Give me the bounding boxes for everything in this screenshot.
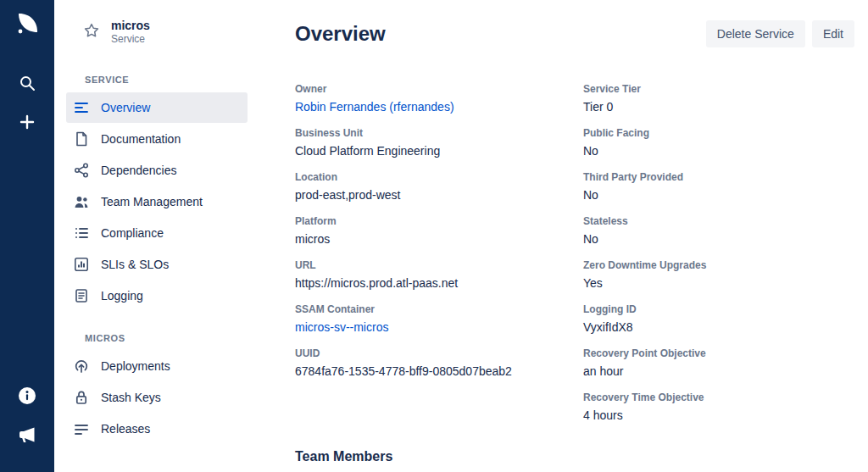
dependencies-icon xyxy=(73,162,90,179)
info-icon[interactable] xyxy=(12,380,42,411)
field-ssam-container: SSAM Container micros-sv--micros xyxy=(295,303,583,347)
fields-column-left: Owner Robin Fernandes (rfernandes) Busin… xyxy=(295,83,583,436)
sidebar-item-label: Documentation xyxy=(101,132,181,146)
page-title: Overview xyxy=(295,22,386,46)
sidebar-item-label: Overview xyxy=(101,101,150,114)
sidebar-item-logging[interactable]: Logging xyxy=(66,280,248,311)
field-label: Public Facing xyxy=(583,127,854,140)
field-recovery-point-objective: Recovery Point Objective an hour xyxy=(583,347,854,391)
sidebar-item-label: Releases xyxy=(101,422,150,436)
field-url: URL https://micros.prod.atl-paas.net xyxy=(295,259,583,303)
field-label: UUID xyxy=(295,347,583,360)
sidebar-item-deployments[interactable]: Deployments xyxy=(66,351,248,381)
sidebar-item-documentation[interactable]: Documentation xyxy=(66,124,248,154)
releases-icon xyxy=(73,420,90,437)
overview-icon xyxy=(73,99,90,116)
field-value: micros xyxy=(295,232,583,247)
field-recovery-time-objective: Recovery Time Objective 4 hours xyxy=(583,391,854,436)
field-label: Service Tier xyxy=(583,83,854,96)
field-label: SSAM Container xyxy=(295,303,583,316)
page-actions: Delete Service Edit xyxy=(706,20,854,47)
field-owner: Owner Robin Fernandes (rfernandes) xyxy=(295,83,583,127)
field-platform: Platform micros xyxy=(295,215,583,259)
field-label: Recovery Point Objective xyxy=(583,347,854,360)
service-header: micros Service xyxy=(54,19,259,46)
team-members-section: Team Members Jeremy Baumont (jbaumont) (… xyxy=(295,449,854,472)
field-label: Location xyxy=(295,171,583,184)
field-value: No xyxy=(583,188,854,203)
add-icon[interactable] xyxy=(12,107,42,137)
field-value: Tier 0 xyxy=(583,100,854,114)
sidebar: micros Service SERVICE Overview Document… xyxy=(54,0,259,472)
field-value: prod-east,prod-west xyxy=(295,188,583,203)
field-uuid: UUID 6784fa76-1535-4778-bff9-0805d07beab… xyxy=(295,347,583,391)
field-label: Third Party Provided xyxy=(583,171,854,184)
field-label: Owner xyxy=(295,83,583,96)
star-icon[interactable] xyxy=(83,22,100,42)
field-value: No xyxy=(583,232,854,247)
field-service-tier: Service Tier Tier 0 xyxy=(583,83,854,127)
sidebar-item-label: SLIs & SLOs xyxy=(101,258,169,271)
sidebar-item-releases[interactable]: Releases xyxy=(66,414,248,444)
field-label: Recovery Time Objective xyxy=(583,391,854,404)
main-header: Overview Delete Service Edit xyxy=(295,20,854,47)
field-label: Business Unit xyxy=(295,127,583,140)
megaphone-icon[interactable] xyxy=(12,419,42,450)
delete-service-button[interactable]: Delete Service xyxy=(706,20,805,47)
field-value: Cloud Platform Engineering xyxy=(295,144,583,158)
service-fields: Owner Robin Fernandes (rfernandes) Busin… xyxy=(295,83,854,436)
search-icon[interactable] xyxy=(12,68,42,98)
sidebar-item-label: Compliance xyxy=(101,226,164,240)
compliance-list-icon xyxy=(73,225,90,242)
field-label: Platform xyxy=(295,215,583,228)
sidebar-item-stash-keys[interactable]: Stash Keys xyxy=(66,382,248,413)
rail-bottom-group xyxy=(12,380,42,458)
sidebar-item-label: Deployments xyxy=(101,359,170,373)
field-label: Stateless xyxy=(583,215,854,228)
section-label-service: SERVICE xyxy=(54,75,259,92)
field-value: 4 hours xyxy=(583,408,854,423)
sidebar-item-label: Team Management xyxy=(101,195,203,208)
sidebar-item-overview[interactable]: Overview xyxy=(66,92,248,123)
logging-icon xyxy=(73,287,90,304)
bar-chart-icon xyxy=(73,256,90,273)
lock-icon xyxy=(73,389,90,406)
owner-link[interactable]: Robin Fernandes (rfernandes) xyxy=(295,100,583,114)
field-logging-id: Logging ID VyxifIdX8 xyxy=(583,303,854,347)
edit-button[interactable]: Edit xyxy=(812,20,854,47)
sidebar-item-label: Logging xyxy=(101,289,143,303)
team-icon xyxy=(73,193,90,210)
sidebar-item-team-management[interactable]: Team Management xyxy=(66,186,248,217)
field-value: https://micros.prod.atl-paas.net xyxy=(295,276,583,291)
document-icon xyxy=(73,130,90,147)
field-label: Logging ID xyxy=(583,303,854,316)
field-value: 6784fa76-1535-4778-bff9-0805d07beab2 xyxy=(295,364,583,379)
service-name: micros xyxy=(111,19,150,33)
app-logo-icon xyxy=(12,8,42,39)
app-rail xyxy=(0,0,54,472)
field-value: VyxifIdX8 xyxy=(583,320,854,335)
field-location: Location prod-east,prod-west xyxy=(295,171,583,215)
ssam-container-link[interactable]: micros-sv--micros xyxy=(295,320,583,335)
service-type: Service xyxy=(111,33,150,46)
sidebar-item-label: Stash Keys xyxy=(101,391,161,404)
field-zero-downtime-upgrades: Zero Downtime Upgrades Yes xyxy=(583,259,854,303)
field-business-unit: Business Unit Cloud Platform Engineering xyxy=(295,127,583,171)
field-value: Yes xyxy=(583,276,854,291)
field-value: an hour xyxy=(583,364,854,379)
field-stateless: Stateless No xyxy=(583,215,854,259)
fields-column-right: Service Tier Tier 0 Public Facing No Thi… xyxy=(583,83,854,436)
field-public-facing: Public Facing No xyxy=(583,127,854,171)
sidebar-item-slis-slos[interactable]: SLIs & SLOs xyxy=(66,249,248,280)
deploy-upload-icon xyxy=(73,358,90,375)
app-logo[interactable] xyxy=(12,8,42,42)
sidebar-item-dependencies[interactable]: Dependencies xyxy=(66,155,248,186)
team-members-title: Team Members xyxy=(295,449,854,464)
main-content: Overview Delete Service Edit Owner Robin… xyxy=(259,0,868,472)
field-label: URL xyxy=(295,259,583,272)
section-label-micros: MICROS xyxy=(54,333,259,351)
sidebar-item-label: Dependencies xyxy=(101,164,177,177)
sidebar-item-compliance[interactable]: Compliance xyxy=(66,218,248,248)
field-third-party-provided: Third Party Provided No xyxy=(583,171,854,215)
service-title-block: micros Service xyxy=(111,19,150,46)
